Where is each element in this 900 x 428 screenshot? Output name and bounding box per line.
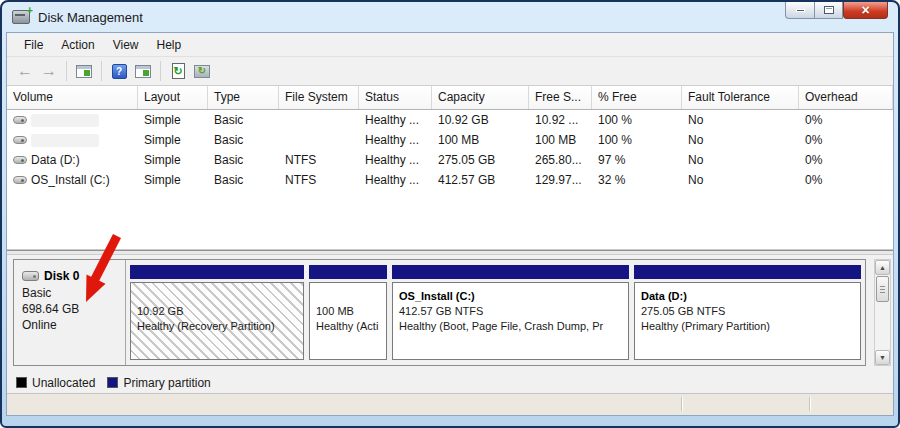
disk-type: Basic <box>22 285 119 301</box>
rescan-disks-icon: ↻ <box>194 65 210 78</box>
partition-size: 275.05 GB NTFS <box>641 304 860 319</box>
minimize-button[interactable] <box>785 2 814 19</box>
forward-button[interactable]: → <box>37 59 61 83</box>
column-header-overhead[interactable]: Overhead <box>799 86 893 109</box>
cell-layout: Simple <box>138 130 208 150</box>
partition-color-bar <box>309 265 387 279</box>
volume-icon <box>13 156 27 164</box>
column-header-file-system[interactable]: File System <box>279 86 359 109</box>
cell-status: Healthy ... <box>359 130 432 150</box>
partition-data-d[interactable]: Data (D:) 275.05 GB NTFS Healthy (Primar… <box>634 265 861 360</box>
cell-file-system <box>279 130 359 150</box>
partition-color-bar <box>634 265 861 279</box>
cell-capacity: 275.05 GB <box>432 150 529 170</box>
disk-status: Online <box>22 317 119 333</box>
back-icon: ← <box>17 63 33 79</box>
menu-view[interactable]: View <box>104 34 148 56</box>
console-window-icon <box>76 65 92 78</box>
column-header-status[interactable]: Status <box>359 86 432 109</box>
table-row[interactable]: Simple Basic Healthy ... 10.92 GB 10.92 … <box>7 110 893 130</box>
window-controls: × <box>785 2 888 19</box>
close-icon: × <box>861 3 869 17</box>
unallocated-swatch <box>16 377 27 388</box>
console-window-button[interactable] <box>72 59 96 83</box>
minimize-icon <box>796 9 805 12</box>
maximize-button[interactable] <box>814 2 843 19</box>
toolbar-separator <box>101 61 102 81</box>
partition-os-install-c[interactable]: OS_Install (C:) 412.57 GB NTFS Healthy (… <box>392 265 629 360</box>
vertical-scrollbar[interactable]: ▲ ▼ <box>874 259 891 366</box>
back-button[interactable]: ← <box>13 59 37 83</box>
menu-help[interactable]: Help <box>148 34 191 56</box>
console-tree-button[interactable] <box>131 59 155 83</box>
cell-file-system: NTFS <box>279 170 359 190</box>
table-row[interactable]: Data (D:) Simple Basic NTFS Healthy ... … <box>7 150 893 170</box>
help-icon: ? <box>112 64 127 79</box>
rescan-disks-button[interactable]: ↻ <box>190 59 214 83</box>
menu-bar: File Action View Help <box>7 33 893 57</box>
cell-fault-tolerance: No <box>682 170 799 190</box>
cell-file-system: NTFS <box>279 150 359 170</box>
cell-type: Basic <box>208 150 279 170</box>
partition-status: Healthy (Acti <box>316 319 386 334</box>
disk-management-app-icon[interactable] <box>12 10 30 24</box>
disk-0-info[interactable]: Disk 0 Basic 698.64 GB Online <box>14 260 126 365</box>
cell-free-space: 10.92 ... <box>529 110 592 130</box>
cell-pct-free: 100 % <box>592 110 682 130</box>
column-header-capacity[interactable]: Capacity <box>432 86 529 109</box>
disk-graph-panel: Disk 0 Basic 698.64 GB Online 10.92 GB H… <box>7 255 893 372</box>
disk-size: 698.64 GB <box>22 301 119 317</box>
partition-status: Healthy (Boot, Page File, Crash Dump, Pr <box>399 319 628 334</box>
title-bar: Disk Management × <box>2 2 898 32</box>
cell-free-space: 129.97... <box>529 170 592 190</box>
partition-status: Healthy (Primary Partition) <box>641 319 860 334</box>
partition-size: 100 MB <box>316 304 386 319</box>
window-title: Disk Management <box>38 10 143 25</box>
close-button[interactable]: × <box>843 2 888 19</box>
cell-volume-name: OS_Install (C:) <box>31 173 110 187</box>
menu-action[interactable]: Action <box>52 34 103 56</box>
table-row[interactable]: OS_Install (C:) Simple Basic NTFS Health… <box>7 170 893 190</box>
toolbar-separator <box>66 61 67 81</box>
partition-color-bar <box>130 265 304 279</box>
column-header-fault-tolerance[interactable]: Fault Tolerance <box>682 86 799 109</box>
column-header-layout[interactable]: Layout <box>138 86 208 109</box>
disk-icon <box>22 271 39 281</box>
partition-status: Healthy (Recovery Partition) <box>137 319 303 334</box>
refresh-button[interactable]: ↻ <box>166 59 190 83</box>
scrollbar-track[interactable] <box>875 275 890 350</box>
disk-name: Disk 0 <box>44 269 79 283</box>
table-row[interactable]: Simple Basic Healthy ... 100 MB 100 MB 1… <box>7 130 893 150</box>
cell-type: Basic <box>208 170 279 190</box>
column-header-pct-free[interactable]: % Free <box>592 86 682 109</box>
partition-label <box>316 289 386 304</box>
help-button[interactable]: ? <box>107 59 131 83</box>
cell-pct-free: 32 % <box>592 170 682 190</box>
cell-status: Healthy ... <box>359 110 432 130</box>
column-header-volume[interactable]: Volume <box>7 86 138 109</box>
cell-layout: Simple <box>138 110 208 130</box>
partition-system[interactable]: 100 MB Healthy (Acti <box>309 265 387 360</box>
column-header-type[interactable]: Type <box>208 86 279 109</box>
partition-size: 10.92 GB <box>137 304 303 319</box>
status-bar <box>7 394 893 415</box>
column-header-free-space[interactable]: Free S... <box>529 86 592 109</box>
console-tree-icon <box>135 65 151 78</box>
partition-label <box>137 289 303 304</box>
statusbar-separator <box>809 397 811 411</box>
partition-recovery[interactable]: 10.92 GB Healthy (Recovery Partition) <box>130 265 304 360</box>
cell-overhead: 0% <box>799 110 893 130</box>
refresh-icon: ↻ <box>172 63 185 79</box>
legend: Unallocated Primary partition <box>7 372 893 394</box>
maximize-icon <box>824 6 834 14</box>
menu-file[interactable]: File <box>15 34 52 56</box>
statusbar-separator <box>681 397 683 411</box>
scroll-down-button[interactable]: ▼ <box>875 350 890 365</box>
toolbar: ← → ? ↻ ↻ <box>7 57 893 86</box>
redacted-volume-name <box>31 134 99 147</box>
scrollbar-thumb[interactable] <box>876 276 889 302</box>
scroll-up-button[interactable]: ▲ <box>875 260 890 275</box>
legend-label: Unallocated <box>32 376 95 390</box>
disk-management-window: Disk Management × File Action View Help … <box>0 0 900 428</box>
volume-icon <box>13 136 27 144</box>
